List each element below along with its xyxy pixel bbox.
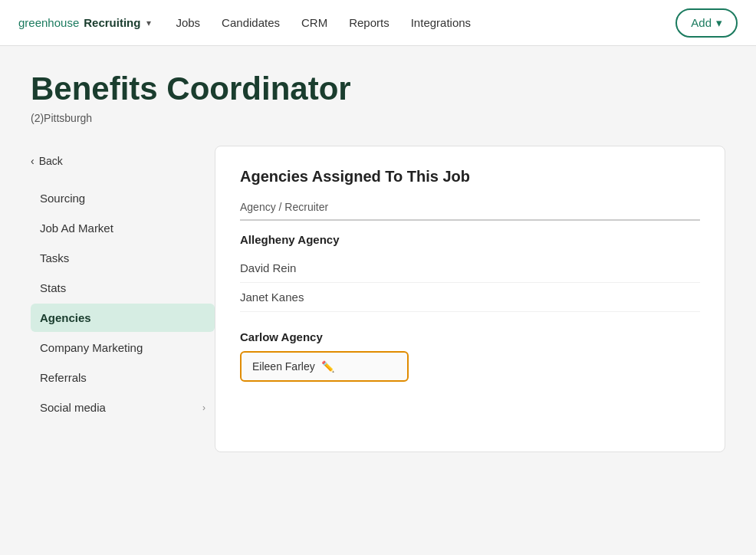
page-title: Benefits Coordinator [31,71,725,107]
nav-candidates[interactable]: Candidates [222,13,280,32]
column-header-agency-recruiter: Agency / Recruiter [240,201,328,213]
page-subtitle: (2)Pittsburgh [31,112,725,124]
back-button[interactable]: ‹ Back [31,152,215,170]
recruiter-name: Eileen Farley [252,360,315,373]
nav-reports[interactable]: Reports [349,13,390,32]
sidebar-item-label: Stats [40,281,66,294]
sidebar-item-company-marketing[interactable]: Company Marketing [31,333,215,362]
sidebar-item-label: Social media [40,401,106,414]
sidebar-item-label: Job Ad Market [40,222,113,235]
sidebar-item-label: Referrals [40,371,87,384]
sidebar-item-social-media[interactable]: Social media › [31,393,215,422]
chevron-right-icon: › [202,402,205,413]
logo-product: Recruiting [84,16,140,29]
page-container: Benefits Coordinator (2)Pittsburgh ‹ Bac… [0,46,756,452]
agency-group-allegheny: Allegheny Agency David Rein Janet Kanes [240,233,700,312]
main-nav: Jobs Candidates CRM Reports Integrations [176,13,651,32]
top-nav: greenhouse Recruiting ▾ Jobs Candidates … [0,0,756,46]
main-content: Agencies Assigned To This Job Agency / R… [215,146,725,452]
logo[interactable]: greenhouse Recruiting ▾ [18,16,151,29]
logo-brand: greenhouse [18,16,79,29]
recruiter-row: David Rein [240,254,700,283]
sidebar-item-label: Agencies [40,311,91,324]
nav-jobs[interactable]: Jobs [176,13,200,32]
sidebar-item-referrals[interactable]: Referrals [31,363,215,392]
sidebar-item-label: Tasks [40,251,69,264]
sidebar-item-label: Sourcing [40,192,85,205]
sidebar-item-stats[interactable]: Stats [31,274,215,302]
back-label: Back [39,155,63,167]
table-header: Agency / Recruiter [240,201,700,221]
nav-crm[interactable]: CRM [301,13,327,32]
edit-icon[interactable]: ✏️ [321,360,334,373]
agency-group-carlow: Carlow Agency Eileen Farley ✏️ [240,330,700,382]
add-button[interactable]: Add ▾ [675,8,738,38]
page-layout: ‹ Back Sourcing Job Ad Market Tasks Stat… [31,146,725,452]
logo-chevron-icon[interactable]: ▾ [146,18,151,28]
nav-integrations[interactable]: Integrations [411,13,471,32]
agency-name: Carlow Agency [240,330,700,343]
sidebar-item-agencies[interactable]: Agencies [31,304,215,332]
sidebar-item-sourcing[interactable]: Sourcing [31,184,215,212]
sidebar-item-label: Company Marketing [40,341,143,354]
add-button-label: Add [691,16,712,29]
sidebar-item-job-ad-market[interactable]: Job Ad Market [31,214,215,242]
sidebar: ‹ Back Sourcing Job Ad Market Tasks Stat… [31,146,215,423]
add-chevron-icon: ▾ [716,16,722,30]
recruiter-row: Janet Kanes [240,283,700,312]
back-arrow-icon: ‹ [31,155,35,167]
recruiter-row-highlighted[interactable]: Eileen Farley ✏️ [240,351,409,382]
agencies-section-title: Agencies Assigned To This Job [240,168,700,186]
agency-name: Allegheny Agency [240,233,700,246]
sidebar-item-tasks[interactable]: Tasks [31,244,215,272]
